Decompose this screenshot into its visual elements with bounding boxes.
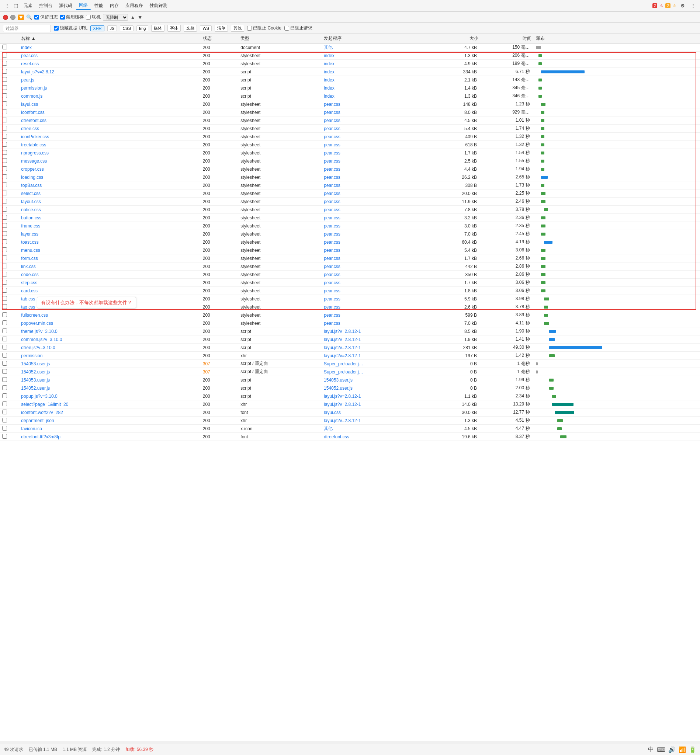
tab-elements[interactable]: 元素 [21, 2, 35, 9]
row-checkbox[interactable] [2, 264, 7, 268]
filter-other[interactable]: 其他 [231, 25, 244, 32]
table-row[interactable]: layui.css200stylesheetpear.css148 kB1.23… [0, 100, 700, 108]
row-checkbox[interactable] [2, 77, 7, 82]
table-row[interactable]: department_json200xhrlayui.js?v=2.8.12-1… [0, 416, 700, 425]
table-row[interactable]: fullscreen.css200stylesheetpear.css599 B… [0, 311, 700, 319]
row-checkbox[interactable] [2, 118, 7, 122]
filter-doc[interactable]: 文档 [184, 25, 197, 32]
row-checkbox[interactable] [2, 109, 7, 114]
filter-img[interactable]: Img [136, 25, 148, 31]
block-cookie-checkbox[interactable] [247, 26, 252, 31]
tab-console[interactable]: 控制台 [36, 2, 55, 9]
table-row[interactable]: step.css200stylesheetpear.css1.7 kB3.06 … [0, 279, 700, 287]
hide-data-url-checkbox[interactable] [54, 26, 59, 31]
row-checkbox[interactable] [2, 434, 7, 439]
row-checkbox[interactable] [2, 401, 7, 406]
link-checkbox[interactable] [86, 15, 91, 20]
stop-button[interactable] [10, 15, 16, 20]
tab-application[interactable]: 应用程序 [122, 2, 146, 9]
row-checkbox[interactable] [2, 93, 7, 98]
filter-ws[interactable]: WS [200, 25, 212, 31]
th-status[interactable]: 状态 [201, 34, 239, 44]
filter-xhr[interactable]: XHR [91, 25, 104, 31]
row-checkbox[interactable] [2, 272, 7, 276]
row-checkbox[interactable] [2, 101, 7, 106]
row-checkbox[interactable] [2, 329, 7, 333]
th-waterfall[interactable]: 瀑布 [534, 34, 700, 44]
row-checkbox[interactable] [2, 85, 7, 90]
row-checkbox[interactable] [2, 345, 7, 349]
preserve-log-checkbox[interactable] [34, 15, 39, 20]
disable-cache-checkbox[interactable] [60, 15, 65, 20]
table-row[interactable]: button.css200stylesheetpear.css3.2 kB2.3… [0, 214, 700, 222]
network-table-container[interactable]: 名称 ▲ 状态 类型 发起程序 大小 时间 瀑布 index200documen… [0, 34, 700, 741]
row-checkbox[interactable] [2, 150, 7, 155]
filter-manifest[interactable]: 清单 [215, 25, 228, 32]
table-row[interactable]: dtreefont.css200stylesheetpear.css4.5 kB… [0, 117, 700, 125]
row-checkbox[interactable] [2, 134, 7, 139]
row-checkbox[interactable] [2, 426, 7, 431]
hide-data-url-label[interactable]: 隐藏数据 URL [54, 25, 88, 31]
row-checkbox[interactable] [2, 61, 7, 66]
network-throttle-select[interactable]: 无限制 快速 3G 慢速 3G [103, 14, 128, 21]
table-row[interactable]: form.css200stylesheetpear.css1.7 kB2.66 … [0, 254, 700, 262]
filter-css[interactable]: CSS [120, 25, 133, 31]
row-checkbox[interactable] [2, 45, 7, 49]
table-row[interactable]: pear.js200scriptindex2.1 kB143 毫… [0, 76, 700, 84]
row-checkbox[interactable] [2, 361, 7, 366]
table-row[interactable]: favicon.ico200x-icon其他4.5 kB4.47 秒 [0, 425, 700, 433]
table-row[interactable]: common.js200scriptindex1.3 kB346 毫… [0, 92, 700, 100]
table-row[interactable]: layer.css200stylesheetpear.css7.0 kB2.45… [0, 230, 700, 238]
table-row[interactable]: permission.js200scriptindex1.4 kB345 毫… [0, 84, 700, 92]
table-row[interactable]: iconfont.css200stylesheetpear.css8.0 kB9… [0, 108, 700, 117]
filter-font[interactable]: 字体 [167, 25, 181, 32]
row-checkbox[interactable] [2, 418, 7, 423]
block-cookie-label[interactable]: 已阻止 Cookie [247, 25, 281, 31]
table-row[interactable]: dtree.js?v=3.10.0200scriptlayui.js?v=2.8… [0, 343, 700, 352]
row-checkbox[interactable] [2, 410, 7, 414]
row-checkbox[interactable] [2, 199, 7, 203]
th-time[interactable]: 时间 [481, 34, 534, 44]
table-row[interactable]: select?page=1&limit=20200xhrlayui.js?v=2… [0, 400, 700, 409]
row-checkbox[interactable] [2, 304, 7, 309]
table-row[interactable]: popup.js?v=3.10.0200scriptlayui.js?v=2.8… [0, 392, 700, 400]
filter-input[interactable] [3, 25, 51, 32]
table-row[interactable]: code.css200stylesheetpear.css350 B2.86 秒 [0, 271, 700, 279]
table-row[interactable]: index200document其他4.7 kB150 毫… [0, 44, 700, 51]
table-row[interactable]: 154053.user.js307script / 重定向Super_prelo… [0, 360, 700, 368]
table-row[interactable]: popover.min.css200stylesheetpear.css7.0 … [0, 319, 700, 328]
table-row[interactable]: nprogress.css200stylesheetpear.css1.7 kB… [0, 149, 700, 157]
row-checkbox[interactable] [2, 53, 7, 58]
table-row[interactable]: card.css200stylesheetpear.css1.8 kB3.06 … [0, 287, 700, 295]
th-size[interactable]: 大小 [427, 34, 481, 44]
row-checkbox[interactable] [2, 288, 7, 293]
table-row[interactable]: 154052.user.js307script / 重定向Super_prelo… [0, 368, 700, 376]
settings-icon[interactable]: ⚙ [679, 2, 687, 10]
table-row[interactable]: treetable.css200stylesheetpear.css618 B1… [0, 141, 700, 149]
row-checkbox[interactable] [2, 215, 7, 220]
row-checkbox[interactable] [2, 231, 7, 236]
th-type[interactable]: 类型 [238, 34, 322, 44]
table-row[interactable]: reset.css200stylesheetindex4.9 kB199 毫… [0, 60, 700, 68]
table-row[interactable]: layui.js?v=2.8.12200scriptindex334 kB6.7… [0, 68, 700, 76]
row-checkbox[interactable] [2, 353, 7, 357]
table-row[interactable]: dtreefont.ttf?x3m8fp200fontdtreefont.css… [0, 433, 700, 441]
tab-performance[interactable]: 性能 [91, 2, 106, 9]
row-checkbox[interactable] [2, 223, 7, 228]
table-row[interactable]: message.css200stylesheetpear.css2.5 kB1.… [0, 157, 700, 165]
devtools-menu-icon[interactable]: ⋮ [3, 2, 11, 10]
tab-perf-eval[interactable]: 性能评测 [147, 2, 170, 9]
row-checkbox[interactable] [2, 377, 7, 382]
row-checkbox[interactable] [2, 247, 7, 252]
table-row[interactable]: 154052.user.js200script154052.user.js0 B… [0, 384, 700, 392]
table-row[interactable]: iconfont.woff2?v=282200fontlayui.css30.0… [0, 409, 700, 416]
row-checkbox[interactable] [2, 296, 7, 301]
row-checkbox[interactable] [2, 69, 7, 74]
preserve-log-label[interactable]: 保留日志 [34, 14, 58, 20]
row-checkbox[interactable] [2, 280, 7, 285]
th-name[interactable]: 名称 ▲ [19, 34, 200, 44]
row-checkbox[interactable] [2, 393, 7, 398]
filter-icon[interactable]: 🔽 [18, 14, 24, 20]
table-row[interactable]: dtree.css200stylesheetpear.css5.4 kB1.74… [0, 125, 700, 133]
link-label[interactable]: 联机 [86, 14, 101, 20]
